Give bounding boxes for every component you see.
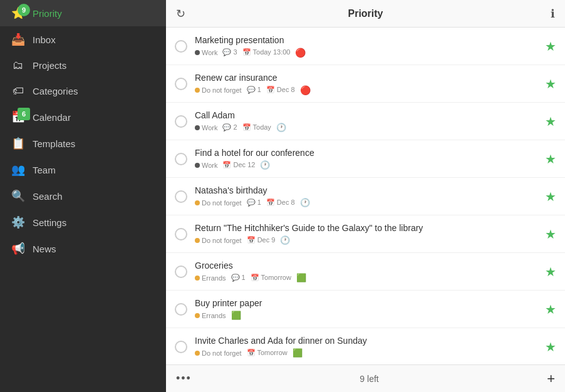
sidebar-item-categories[interactable]: 🏷Categories — [0, 78, 166, 104]
main-content: ↻ Priority ℹ Marketing presentationWork💬… — [166, 0, 565, 392]
info-button[interactable]: ℹ — [551, 7, 555, 21]
task-meta-7: Errands🟩 — [195, 311, 537, 320]
task-checkbox-5[interactable] — [175, 228, 187, 240]
category-dot — [195, 276, 200, 281]
clock-icon: 🕐 — [300, 198, 310, 207]
task-title-2: Call Adam — [195, 110, 537, 120]
sidebar-item-settings[interactable]: ⚙️Settings — [0, 209, 166, 235]
task-meta-3: Work📅 Dec 12🕐 — [195, 160, 537, 170]
inbox-icon: 📥 — [11, 33, 25, 46]
main-header: ↻ Priority ℹ — [166, 0, 565, 28]
inbox-label: Inbox — [33, 34, 155, 45]
task-checkbox-0[interactable] — [175, 40, 187, 53]
task-star-5[interactable]: ★ — [545, 227, 556, 242]
task-category-0: Work — [195, 49, 217, 56]
comment-count: 💬 2 — [222, 123, 237, 132]
categories-label: Categories — [33, 86, 155, 96]
category-dot — [195, 238, 200, 243]
clock-icon: 🕐 — [276, 123, 286, 132]
category-label: Do not forget — [202, 237, 242, 244]
table-row: GroceriesErrands💬 1📅 Tomorrow🟩★ — [166, 253, 565, 291]
comment-count: 💬 1 — [231, 274, 246, 282]
task-star-2[interactable]: ★ — [545, 114, 556, 129]
alert-icon: 🔴 — [300, 85, 311, 95]
add-task-button[interactable]: + — [547, 371, 555, 387]
task-date: 📅 Today — [242, 123, 271, 132]
category-label: Errands — [202, 274, 226, 282]
task-date: 📅 Dec 8 — [266, 86, 295, 94]
sidebar-item-news[interactable]: 📢News — [0, 235, 166, 262]
task-title-4: Natasha's birthday — [195, 185, 537, 195]
projects-label: Projects — [33, 60, 155, 71]
sidebar-item-team[interactable]: 👥Team — [0, 157, 166, 183]
more-button[interactable]: ••• — [176, 372, 192, 385]
sidebar-item-templates[interactable]: 📋Templates — [0, 130, 166, 157]
task-category-7: Errands — [195, 312, 226, 319]
category-dot — [195, 163, 200, 168]
task-star-3[interactable]: ★ — [545, 152, 556, 167]
task-checkbox-4[interactable] — [175, 190, 187, 203]
category-dot — [195, 88, 200, 93]
calendar-badge: 6 — [18, 108, 30, 120]
task-category-6: Errands — [195, 274, 226, 282]
templates-icon: 📋 — [11, 137, 25, 150]
news-icon: 📢 — [11, 242, 25, 255]
label-icon: 🟩 — [296, 273, 306, 282]
task-meta-1: Do not forget💬 1📅 Dec 8🔴 — [195, 85, 537, 95]
sidebar-item-projects[interactable]: 🗂Projects — [0, 53, 166, 78]
comment-count: 💬 3 — [222, 48, 237, 56]
category-dot — [195, 125, 200, 130]
search-icon: 🔍 — [11, 189, 25, 203]
task-checkbox-6[interactable] — [175, 266, 187, 278]
task-category-4: Do not forget — [195, 199, 242, 207]
sidebar-item-search[interactable]: 🔍Search — [0, 183, 166, 209]
main-footer: ••• 9 left + — [166, 364, 565, 392]
task-star-6[interactable]: ★ — [545, 264, 556, 279]
categories-icon: 🏷 — [11, 85, 25, 98]
task-meta-8: Do not forget📅 Tomorrow🟩 — [195, 348, 537, 358]
task-content-1: Renew car insuranceDo not forget💬 1📅 Dec… — [195, 73, 537, 95]
clock-icon: 🕐 — [260, 160, 270, 170]
sidebar-item-calendar[interactable]: 6📅Calendar — [0, 104, 166, 130]
task-checkbox-7[interactable] — [175, 303, 187, 316]
task-star-8[interactable]: ★ — [545, 339, 556, 354]
task-content-8: Invite Charles and Ada for dinner on Sun… — [195, 336, 537, 358]
task-title-0: Marketing presentation — [195, 35, 537, 45]
comment-count: 💬 1 — [247, 199, 261, 207]
task-star-7[interactable]: ★ — [545, 302, 556, 317]
task-content-7: Buy printer paperErrands🟩 — [195, 298, 537, 320]
table-row: Buy printer paperErrands🟩★ — [166, 291, 565, 328]
sidebar-item-inbox[interactable]: 📥Inbox — [0, 26, 166, 53]
task-content-0: Marketing presentationWork💬 3📅 Today 13:… — [195, 35, 537, 58]
task-star-4[interactable]: ★ — [545, 189, 556, 204]
table-row: Renew car insuranceDo not forget💬 1📅 Dec… — [166, 65, 565, 103]
task-checkbox-1[interactable] — [175, 78, 187, 90]
table-row: Natasha's birthdayDo not forget💬 1📅 Dec … — [166, 178, 565, 215]
priority-badge: 9 — [18, 4, 30, 16]
category-label: Errands — [202, 312, 226, 319]
team-label: Team — [33, 165, 155, 175]
sidebar-item-priority[interactable]: 9⭐Priority — [0, 0, 166, 26]
task-checkbox-3[interactable] — [175, 153, 187, 165]
category-label: Do not forget — [202, 349, 242, 357]
task-title-1: Renew car insurance — [195, 73, 537, 83]
task-checkbox-8[interactable] — [175, 341, 187, 353]
task-date: 📅 Tomorrow — [251, 274, 291, 282]
task-content-5: Return "The Hitchhiker's Guide to the Ga… — [195, 223, 537, 245]
calendar-label: Calendar — [33, 112, 155, 123]
category-dot — [195, 313, 200, 318]
category-dot — [195, 351, 200, 356]
task-meta-6: Errands💬 1📅 Tomorrow🟩 — [195, 273, 537, 282]
page-title: Priority — [348, 8, 383, 19]
refresh-button[interactable]: ↻ — [176, 7, 185, 21]
task-star-1[interactable]: ★ — [545, 76, 556, 91]
category-label: Do not forget — [202, 86, 242, 94]
news-label: News — [33, 244, 155, 254]
task-star-0[interactable]: ★ — [545, 39, 556, 54]
category-label: Work — [202, 162, 217, 169]
task-date: 📅 Dec 12 — [222, 161, 255, 169]
task-checkbox-2[interactable] — [175, 115, 187, 128]
search-label: Search — [33, 191, 155, 202]
task-content-4: Natasha's birthdayDo not forget💬 1📅 Dec … — [195, 185, 537, 207]
task-meta-4: Do not forget💬 1📅 Dec 8🕐 — [195, 198, 537, 207]
